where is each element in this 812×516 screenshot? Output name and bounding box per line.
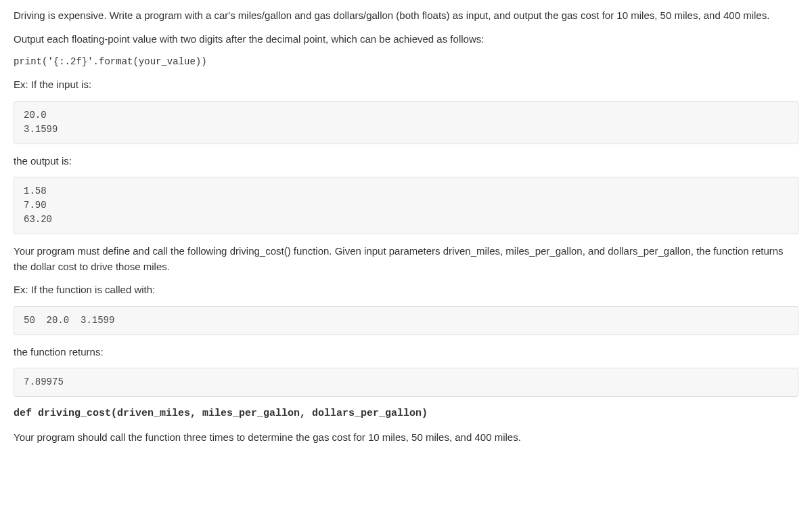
function-signature: def driving_cost(driven_miles, miles_per… [14, 406, 798, 422]
problem-intro-2: Output each floating-point value with tw… [14, 32, 798, 47]
function-args-block: 50 20.0 3.1599 [14, 306, 798, 335]
example-output-block: 1.58 7.90 63.20 [14, 177, 798, 234]
print-format-example: print('{:.2f}'.format(your_value)) [14, 55, 798, 69]
example-function-label: Ex: If the function is called with: [14, 282, 798, 298]
function-return-block: 7.89975 [14, 368, 798, 397]
final-instruction: Your program should call the function th… [14, 430, 798, 446]
problem-intro-1: Driving is expensive. Write a program wi… [14, 8, 798, 24]
define-function-text: Your program must define and call the fo… [14, 244, 798, 274]
example-output-label: the output is: [14, 154, 798, 169]
example-input-block: 20.0 3.1599 [14, 101, 798, 144]
function-returns-label: the function returns: [14, 345, 798, 360]
example-input-label: Ex: If the input is: [14, 77, 798, 93]
